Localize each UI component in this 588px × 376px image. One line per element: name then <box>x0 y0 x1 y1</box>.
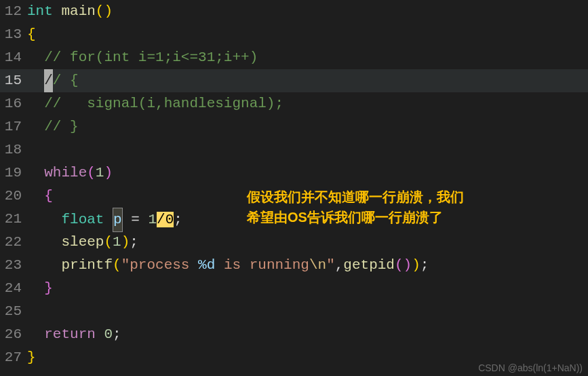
comment: // signal(i,handlesignal); <box>44 96 283 111</box>
comment: / { <box>53 73 79 88</box>
code-content[interactable]: sleep(1); <box>27 231 588 254</box>
space <box>140 212 149 227</box>
code-content[interactable]: // { <box>27 69 588 92</box>
format-specifier: %d <box>198 257 215 273</box>
line-number: 24 <box>0 277 27 300</box>
code-content[interactable]: while(1) <box>27 162 588 185</box>
indent <box>27 119 44 134</box>
function-call: getpid <box>343 257 395 273</box>
line-number: 20 <box>0 185 27 208</box>
semicolon: ; <box>420 257 429 273</box>
paren-close: ) <box>404 257 412 273</box>
comment: // } <box>44 119 78 134</box>
variable-highlighted: p <box>113 208 123 232</box>
code-content[interactable] <box>27 138 588 162</box>
escape-sequence: \n <box>309 257 326 273</box>
paren-open: ( <box>87 165 96 181</box>
code-content[interactable]: } <box>27 277 588 300</box>
indent <box>27 96 44 111</box>
code-content[interactable]: // for(int i=1;i<=31;i++) <box>27 46 588 69</box>
type-keyword: int <box>27 3 53 19</box>
brace: { <box>27 26 36 42</box>
paren-open: ( <box>113 257 121 273</box>
semicolon: ; <box>113 326 121 342</box>
keyword-while: while <box>44 165 87 181</box>
line-number: 19 <box>0 162 27 185</box>
code-content[interactable]: return 0; <box>27 323 588 346</box>
code-content[interactable]: { <box>27 23 588 46</box>
paren-open: ( <box>104 234 113 250</box>
keyword-return: return <box>44 326 96 342</box>
indent <box>27 234 61 250</box>
indent <box>27 50 44 65</box>
brace: } <box>27 350 36 365</box>
line-number: 16 <box>0 92 27 115</box>
code-line[interactable]: 17 // } <box>0 115 588 138</box>
code-content[interactable]: // } <box>27 115 588 138</box>
code-content[interactable]: printf("process %d is running\n",getpid(… <box>27 254 588 277</box>
line-number: 18 <box>0 138 27 162</box>
type-keyword: float <box>61 212 104 227</box>
text-cursor: / <box>44 69 53 92</box>
code-line[interactable]: 24 } <box>0 277 588 300</box>
number-literal: 0 <box>104 326 113 342</box>
line-number: 25 <box>0 300 27 323</box>
code-line-current[interactable]: 15 // { <box>0 69 588 92</box>
code-line[interactable]: 26 return 0; <box>0 323 588 346</box>
paren-close: ) <box>121 234 130 250</box>
indent <box>27 73 44 88</box>
code-line[interactable]: 16 // signal(i,handlesignal); <box>0 92 588 115</box>
indent <box>27 280 44 296</box>
line-number: 13 <box>0 23 27 46</box>
brace: { <box>44 188 53 204</box>
annotation-overlay: 假设我们并不知道哪一行崩溃，我们 希望由OS告诉我们哪一行崩溃了 <box>247 187 464 227</box>
function-call: printf <box>61 257 113 273</box>
code-line[interactable]: 25 <box>0 300 588 323</box>
line-number: 21 <box>0 208 27 231</box>
annotation-line-1: 假设我们并不知道哪一行崩溃，我们 <box>247 187 464 207</box>
semicolon: ; <box>174 212 182 227</box>
code-content[interactable] <box>27 300 588 323</box>
space <box>53 3 62 19</box>
code-content[interactable]: // signal(i,handlesignal); <box>27 92 588 115</box>
code-line[interactable]: 14 // for(int i=1;i<=31;i++) <box>0 46 588 69</box>
highlighted-zero: 0 <box>165 212 174 227</box>
string-literal: " <box>326 257 335 273</box>
paren-open: ( <box>395 257 404 273</box>
function-name: main <box>61 3 95 19</box>
comma: , <box>335 257 344 273</box>
line-number: 27 <box>0 346 27 369</box>
paren-close: ) <box>104 165 113 181</box>
string-literal: is running <box>215 257 309 273</box>
comment: // for(int i=1;i<=31;i++) <box>44 50 258 65</box>
code-line[interactable]: 19 while(1) <box>0 162 588 185</box>
highlighted-div: / <box>157 212 165 227</box>
brace: } <box>44 280 53 296</box>
code-line[interactable]: 22 sleep(1); <box>0 231 588 254</box>
watermark: CSDN @abs(ln(1+NaN)) <box>478 362 583 373</box>
indent <box>27 188 44 204</box>
line-number: 23 <box>0 254 27 277</box>
code-content[interactable]: int main() <box>27 0 588 23</box>
space <box>96 326 104 342</box>
code-line[interactable]: 12 int main() <box>0 0 588 23</box>
indent <box>27 212 61 227</box>
function-call: sleep <box>61 234 104 250</box>
code-line[interactable]: 23 printf("process %d is running\n",getp… <box>0 254 588 277</box>
line-number: 14 <box>0 46 27 69</box>
indent <box>27 165 44 181</box>
line-number: 17 <box>0 115 27 138</box>
line-number: 12 <box>0 0 27 23</box>
semicolon: ; <box>130 234 138 250</box>
code-line[interactable]: 18 <box>0 138 588 162</box>
string-literal: "process <box>121 257 198 273</box>
line-number: 26 <box>0 323 27 346</box>
operator: = <box>131 212 140 227</box>
number-literal: 1 <box>113 234 121 250</box>
indent <box>27 326 44 342</box>
line-number: 22 <box>0 231 27 254</box>
number-literal: 1 <box>148 212 157 227</box>
code-line[interactable]: 13 { <box>0 23 588 46</box>
parentheses: () <box>96 3 113 19</box>
space <box>123 212 132 227</box>
